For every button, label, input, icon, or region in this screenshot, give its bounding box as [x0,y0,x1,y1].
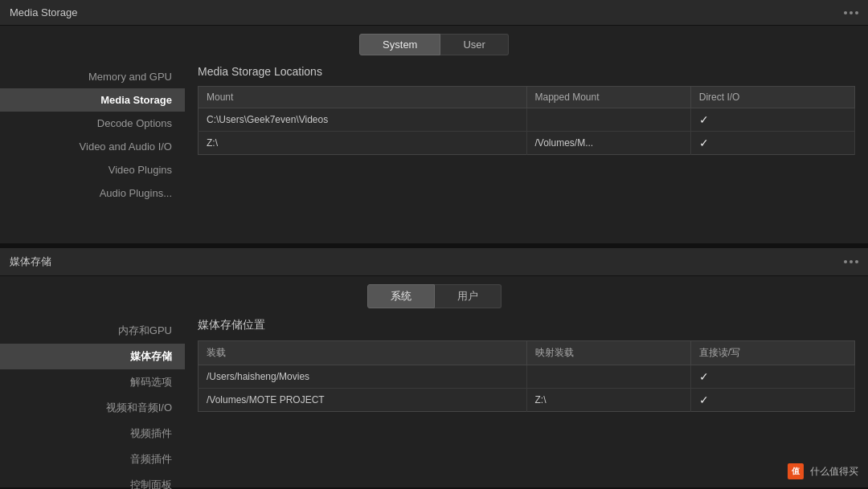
top-panel: Media Storage System User Memory and GPU… [0,0,868,245]
sidebar-item-media-storage-top[interactable]: Media Storage [0,88,185,112]
directio-cell: ✓ [690,132,854,155]
top-content-area: Media Storage Locations Mount Mapped Mou… [185,65,868,168]
top-titlebar: Media Storage [0,0,868,26]
sidebar-item-video-plugins-bottom[interactable]: 视频插件 [0,421,185,446]
col-header-directio-bottom: 直接读/写 [690,341,854,365]
bottom-storage-table: 装载 映射装载 直接读/写 /Users/haisheng/Movies ✓ /… [198,340,855,412]
table-row[interactable]: /Volumes/MOTE PROJECT Z:\ ✓ [199,389,855,412]
directio-cell: ✓ [690,108,854,132]
col-header-directio-top: Direct I/O [690,87,854,108]
mount-cell: /Users/haisheng/Movies [199,365,527,389]
sidebar-item-control-panel-bottom[interactable]: 控制面板 [0,472,185,489]
top-main-area: Memory and GPU Media Storage Decode Opti… [0,65,868,205]
table-row[interactable]: Z:\ /Volumes/M... ✓ [199,132,855,155]
top-panel-title: Media Storage [10,6,78,18]
tab-user-top[interactable]: User [440,34,508,55]
sidebar-item-video-audio-bottom[interactable]: 视频和音频I/O [0,395,185,421]
checkmark-icon: ✓ [699,113,709,126]
col-header-mount-bottom: 装载 [199,341,527,365]
sidebar-item-memory-gpu-top[interactable]: Memory and GPU [0,65,185,88]
bottom-tab-bar: 系统 用户 [367,284,502,308]
top-more-options[interactable] [844,11,858,14]
checkmark-icon: ✓ [699,137,709,149]
top-panel-content: System User Memory and GPU Media Storage… [0,26,868,205]
col-header-mapped-top: Mapped Mount [526,87,690,108]
bottom-sidebar: 内存和GPU 媒体存储 解码选项 视频和音频I/O 视频插件 音频插件 控制面板 [0,318,185,489]
col-header-mapped-bottom: 映射装载 [526,341,690,365]
top-sidebar: Memory and GPU Media Storage Decode Opti… [0,65,185,205]
sidebar-item-decode-top[interactable]: Decode Options [0,112,185,135]
mount-cell: C:\Users\Geek7even\Videos [199,108,527,132]
bottom-section-title: 媒体存储位置 [198,318,855,332]
watermark-text: 什么值得买 [810,465,858,479]
mount-cell: /Volumes/MOTE PROJECT [199,389,527,412]
top-section-title: Media Storage Locations [198,65,855,78]
table-row[interactable]: /Users/haisheng/Movies ✓ [199,365,855,389]
sidebar-item-audio-plugins-bottom[interactable]: 音频插件 [0,446,185,472]
bottom-panel-content: 系统 用户 内存和GPU 媒体存储 解码选项 视频和音频I/O 视频插件 音频插… [0,276,868,489]
mapped-cell: Z:\ [526,389,690,412]
checkmark-icon: ✓ [699,393,709,406]
watermark: 值 什么值得买 [788,463,858,479]
directio-cell: ✓ [690,365,854,389]
checkmark-icon: ✓ [699,370,709,383]
tab-system-top[interactable]: System [359,34,440,55]
bottom-panel-title: 媒体存储 [10,255,51,269]
tab-user-bottom[interactable]: 用户 [435,284,502,308]
watermark-logo: 值 [788,463,804,479]
table-row[interactable]: C:\Users\Geek7even\Videos ✓ [199,108,855,132]
mapped-cell [526,365,690,389]
bottom-content-area: 媒体存储位置 装载 映射装载 直接读/写 /Users/haisheng/Mov… [185,318,868,425]
sidebar-item-memory-gpu-bottom[interactable]: 内存和GPU [0,318,185,344]
sidebar-item-video-plugins-top[interactable]: Video Plugins [0,158,185,181]
top-tab-bar: System User [359,34,509,55]
top-storage-table: Mount Mapped Mount Direct I/O C:\Users\G… [198,86,855,155]
tab-system-bottom[interactable]: 系统 [367,284,435,308]
bottom-main-area: 内存和GPU 媒体存储 解码选项 视频和音频I/O 视频插件 音频插件 控制面板… [0,318,868,489]
mapped-cell [526,108,690,132]
bottom-more-options[interactable] [844,260,858,263]
col-header-mount-top: Mount [199,87,527,108]
bottom-panel: 媒体存储 系统 用户 内存和GPU 媒体存储 解码选项 视频和音频I/O 视频插… [0,248,868,489]
bottom-titlebar: 媒体存储 [0,248,868,276]
sidebar-item-decode-bottom[interactable]: 解码选项 [0,369,185,395]
mapped-cell: /Volumes/M... [526,132,690,155]
sidebar-item-video-audio-top[interactable]: Video and Audio I/O [0,135,185,158]
sidebar-item-media-storage-bottom[interactable]: 媒体存储 [0,344,185,369]
sidebar-item-audio-plugins-top[interactable]: Audio Plugins... [0,181,185,205]
directio-cell: ✓ [690,389,854,412]
mount-cell: Z:\ [199,132,527,155]
